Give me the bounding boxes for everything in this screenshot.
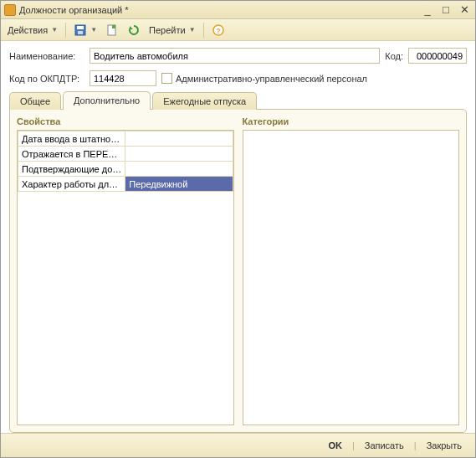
app-icon (4, 4, 16, 16)
actions-label: Действия (8, 25, 48, 35)
footer-separator: | (352, 440, 355, 450)
prop-name[interactable]: Характер работы для ... (18, 177, 125, 192)
new-button[interactable] (102, 22, 122, 39)
window-title: Должности организаций * (19, 5, 420, 15)
titlebar: Должности организаций * _ □ ✕ (1, 1, 475, 19)
tabs-area: Общее Дополнительно Ежегодные отпуска Св… (1, 91, 475, 433)
code-label: Код: (385, 51, 403, 61)
window-controls: _ □ ✕ (420, 3, 472, 17)
floppy-icon (74, 23, 87, 37)
row-okpdtr: Код по ОКПДТР: Административно-управленч… (9, 70, 467, 86)
properties-grid-box: Дата ввода в штатное... Отражается в ПЕР… (17, 130, 234, 425)
toolbar: Действия ▼ ▼ Перейти ▼ ? (1, 19, 475, 41)
tab-vacations[interactable]: Ежегодные отпуска (152, 92, 257, 110)
name-label: Наименование: (9, 51, 84, 61)
prop-name[interactable]: Дата ввода в штатное... (18, 131, 125, 147)
toolbar-separator (203, 23, 204, 38)
minimize-button[interactable]: _ (420, 3, 435, 17)
save-button[interactable]: ▼ (70, 22, 100, 39)
prop-value[interactable]: Передвижной (125, 177, 233, 192)
table-row[interactable]: Дата ввода в штатное... (18, 131, 233, 147)
chevron-down-icon: ▼ (90, 26, 97, 33)
prop-value[interactable] (125, 162, 233, 177)
table-row[interactable]: Отражается в ПЕРЕЧ... (18, 147, 233, 162)
tab-general[interactable]: Общее (9, 92, 61, 110)
refresh-button[interactable] (124, 22, 144, 39)
prop-value[interactable] (125, 147, 233, 162)
okpdtr-label: Код по ОКПДТР: (9, 74, 84, 84)
tab-content-additional: Свойства Дата ввода в штатное... Отражае… (9, 109, 467, 433)
properties-grid[interactable]: Дата ввода в штатное... Отражается в ПЕР… (18, 131, 233, 192)
categories-panel: Категории (243, 116, 460, 425)
categories-list[interactable] (243, 130, 460, 425)
svg-rect-2 (78, 31, 83, 34)
code-input[interactable] (408, 48, 467, 64)
close-button[interactable]: ✕ (457, 3, 472, 17)
toolbar-separator (65, 23, 66, 38)
maximize-button[interactable]: □ (438, 3, 453, 17)
prop-name[interactable]: Отражается в ПЕРЕЧ... (18, 147, 125, 162)
close-footer-button[interactable]: Закрыть (422, 439, 467, 452)
document-icon (105, 23, 119, 37)
row-name: Наименование: Код: (9, 48, 467, 64)
okpdtr-input[interactable] (90, 70, 156, 86)
admin-checkbox[interactable] (161, 73, 172, 84)
actions-menu-button[interactable]: Действия ▼ (4, 23, 61, 37)
form-area: Наименование: Код: Код по ОКПДТР: Админи… (1, 41, 475, 91)
ok-button[interactable]: OK (323, 439, 347, 452)
name-input[interactable] (90, 48, 380, 64)
properties-title: Свойства (17, 116, 234, 126)
footer-separator: | (414, 440, 417, 450)
categories-title: Категории (243, 116, 460, 126)
dialog-window: Должности организаций * _ □ ✕ Действия ▼… (0, 0, 476, 458)
prop-name[interactable]: Подтверждающие док... (18, 162, 125, 177)
help-button[interactable]: ? (208, 22, 228, 39)
goto-label: Перейти (149, 25, 186, 35)
svg-rect-1 (77, 26, 84, 29)
table-row[interactable]: Подтверждающие док... (18, 162, 233, 177)
help-icon: ? (212, 23, 225, 37)
admin-checkbox-wrap[interactable]: Административно-управленческий персонал (161, 73, 367, 84)
tabbar: Общее Дополнительно Ежегодные отпуска (9, 91, 467, 110)
footer: OK | Записать | Закрыть (1, 433, 475, 457)
svg-rect-4 (112, 25, 115, 28)
tab-additional[interactable]: Дополнительно (63, 91, 151, 110)
write-button[interactable]: Записать (360, 439, 409, 452)
chevron-down-icon: ▼ (189, 26, 196, 33)
goto-menu-button[interactable]: Перейти ▼ (146, 23, 199, 37)
properties-panel: Свойства Дата ввода в штатное... Отражае… (17, 116, 234, 425)
admin-checkbox-label: Административно-управленческий персонал (176, 74, 367, 84)
prop-value[interactable] (125, 131, 233, 147)
refresh-icon (127, 23, 141, 37)
table-row[interactable]: Характер работы для ... Передвижной (18, 177, 233, 192)
chevron-down-icon: ▼ (51, 26, 58, 33)
svg-text:?: ? (216, 27, 221, 35)
